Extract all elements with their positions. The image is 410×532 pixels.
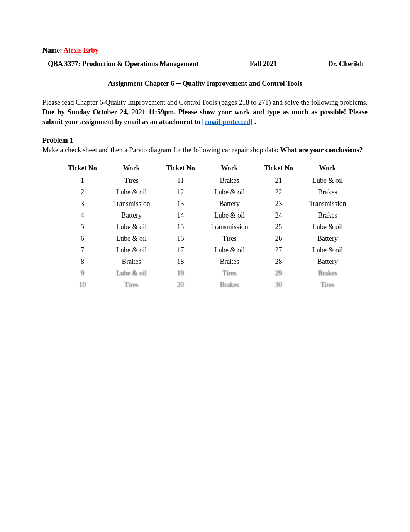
instructions-tail: . <box>252 118 256 126</box>
email-link[interactable]: [email protected] <box>202 118 252 126</box>
table-cell: 24 <box>254 209 303 221</box>
table-cell: Lube & oil <box>107 244 156 256</box>
table-cell: 11 <box>156 175 205 186</box>
table-cell: 16 <box>156 233 205 244</box>
course-title: QBA 3377: Production & Operations Manage… <box>48 60 198 68</box>
table-cell: Brakes <box>303 186 352 198</box>
table-cell: Brakes <box>303 267 352 279</box>
table-cell: 9 <box>58 267 107 279</box>
table-cell: Lube & oil <box>205 186 254 198</box>
table-cell: Transmission <box>107 198 156 209</box>
table-cell: 26 <box>254 233 303 244</box>
problem-1-text: Make a check sheet and then a Pareto dia… <box>42 145 368 155</box>
table-cell: 17 <box>156 244 205 256</box>
table-row: 2Lube & oil12Lube & oil22Brakes <box>58 186 352 198</box>
table-cell: Transmission <box>205 221 254 233</box>
table-cell: 10 <box>58 279 107 291</box>
table-cell: Brakes <box>205 175 254 186</box>
problem-1-plain: Make a check sheet and then a Pareto dia… <box>42 146 280 154</box>
repair-data-table: Ticket No Work Ticket No Work Ticket No … <box>58 162 352 291</box>
instructions-plain: Please read Chapter 6-Quality Improvemen… <box>42 99 368 106</box>
table-cell: Transmission <box>303 198 352 209</box>
table-cell: 22 <box>254 186 303 198</box>
table-cell: 15 <box>156 221 205 233</box>
table-cell: 13 <box>156 198 205 209</box>
table-row: 4Battery14Lube & oil24Brakes <box>58 209 352 221</box>
table-cell: Lube & oil <box>107 186 156 198</box>
table-cell: Lube & oil <box>205 244 254 256</box>
table-cell: Battery <box>205 198 254 209</box>
table-row: 7Lube & oil17Lube & oil27Lube & oil <box>58 244 352 256</box>
col-header-work-3: Work <box>303 162 352 175</box>
table-cell: 14 <box>156 209 205 221</box>
table-cell: Tires <box>205 233 254 244</box>
table-cell: Lube & oil <box>303 244 352 256</box>
table-cell: 4 <box>58 209 107 221</box>
table-cell: Brakes <box>107 256 156 267</box>
table-cell: 12 <box>156 186 205 198</box>
table-cell: 1 <box>58 175 107 186</box>
table-cell: Lube & oil <box>107 233 156 244</box>
table-cell: 25 <box>254 221 303 233</box>
table-cell: 29 <box>254 267 303 279</box>
table-cell: 30 <box>254 279 303 291</box>
table-cell: Lube & oil <box>107 267 156 279</box>
col-header-work-1: Work <box>107 162 156 175</box>
data-table-wrapper: Ticket No Work Ticket No Work Ticket No … <box>42 162 368 291</box>
course-line: QBA 3377: Production & Operations Manage… <box>42 60 368 68</box>
table-cell: Battery <box>303 233 352 244</box>
name-line: Name: Alexis Erby <box>42 46 368 54</box>
instructor: Dr. Cherikh <box>328 60 364 68</box>
table-cell: Tires <box>107 279 156 291</box>
table-cell: 8 <box>58 256 107 267</box>
table-cell: Tires <box>107 175 156 186</box>
table-cell: 20 <box>156 279 205 291</box>
assignment-title: Assignment Chapter 6 ─ Quality Improveme… <box>42 80 368 88</box>
col-header-ticket-1: Ticket No <box>58 162 107 175</box>
name-label: Name: <box>42 46 63 54</box>
table-row: 8Brakes18Brakes28Battery <box>58 256 352 267</box>
table-cell: Lube & oil <box>107 221 156 233</box>
col-header-ticket-3: Ticket No <box>254 162 303 175</box>
table-cell: 23 <box>254 198 303 209</box>
problem-1-title: Problem 1 <box>42 136 368 144</box>
table-cell: 5 <box>58 221 107 233</box>
instructions: Please read Chapter 6-Quality Improvemen… <box>42 98 368 126</box>
table-cell: 2 <box>58 186 107 198</box>
table-cell: Brakes <box>303 209 352 221</box>
table-cell: Battery <box>303 256 352 267</box>
table-cell: 27 <box>254 244 303 256</box>
table-cell: Lube & oil <box>205 209 254 221</box>
table-cell: 18 <box>156 256 205 267</box>
table-cell: Battery <box>107 209 156 221</box>
table-row: 10Tires20Brakes30Tires <box>58 279 352 291</box>
table-row: 5Lube & oil15Transmission25Lube & oil <box>58 221 352 233</box>
table-cell: Lube & oil <box>303 175 352 186</box>
problem-1-bold: What are your conclusions? <box>280 146 363 154</box>
term: Fall 2021 <box>250 60 277 68</box>
table-cell: Brakes <box>205 256 254 267</box>
table-row: 1Tires11Brakes21Lube & oil <box>58 175 352 186</box>
col-header-work-2: Work <box>205 162 254 175</box>
table-cell: 6 <box>58 233 107 244</box>
table-row: 9Lube & oil19Tires29Brakes <box>58 267 352 279</box>
table-row: 3Transmission13Battery23Transmission <box>58 198 352 209</box>
table-cell: 3 <box>58 198 107 209</box>
table-row: 6Lube & oil16Tires26Battery <box>58 233 352 244</box>
table-cell: 21 <box>254 175 303 186</box>
table-cell: 28 <box>254 256 303 267</box>
table-cell: Lube & oil <box>303 221 352 233</box>
table-cell: Tires <box>303 279 352 291</box>
col-header-ticket-2: Ticket No <box>156 162 205 175</box>
table-cell: Tires <box>205 267 254 279</box>
table-cell: 19 <box>156 267 205 279</box>
name-value: Alexis Erby <box>63 46 98 54</box>
table-cell: Brakes <box>205 279 254 291</box>
table-cell: 7 <box>58 244 107 256</box>
